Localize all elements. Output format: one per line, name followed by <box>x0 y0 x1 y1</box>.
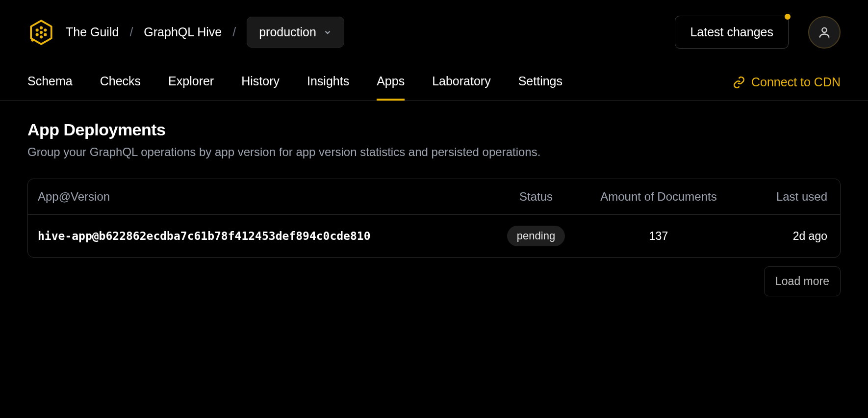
cell-status: pending <box>487 226 585 246</box>
th-last-used: Last used <box>732 190 830 204</box>
th-status: Status <box>487 190 585 204</box>
load-more-row: Load more <box>27 266 841 296</box>
svg-point-5 <box>44 33 47 36</box>
breadcrumb-separator: / <box>232 25 236 39</box>
svg-point-6 <box>40 26 43 29</box>
cell-app-version: hive-app@b622862ecdba7c61b78f412453def89… <box>38 230 487 242</box>
notification-dot-icon <box>785 14 791 20</box>
tabs-nav: Schema Checks Explorer History Insights … <box>0 64 868 101</box>
table-header: App@Version Status Amount of Documents L… <box>28 179 840 214</box>
th-docs: Amount of Documents <box>585 190 732 204</box>
svg-point-8 <box>31 38 34 41</box>
page-subtitle: Group your GraphQL operations by app ver… <box>27 145 841 159</box>
connect-cdn-link[interactable]: Connect to CDN <box>733 75 841 89</box>
tab-explorer[interactable]: Explorer <box>168 64 214 100</box>
header-actions: Latest changes <box>675 16 841 49</box>
environment-label: production <box>259 25 316 39</box>
breadcrumb-separator: / <box>129 25 133 39</box>
svg-point-9 <box>822 27 826 32</box>
svg-point-2 <box>36 28 39 31</box>
tab-insights[interactable]: Insights <box>307 64 349 100</box>
user-icon <box>817 26 831 39</box>
chevron-down-icon <box>323 28 332 37</box>
main-content: App Deployments Group your GraphQL opera… <box>0 101 868 316</box>
breadcrumb: The Guild / GraphQL Hive / production <box>27 17 344 48</box>
status-badge: pending <box>507 226 565 246</box>
connect-cdn-label: Connect to CDN <box>751 75 841 89</box>
svg-point-3 <box>44 28 47 31</box>
hive-logo-icon[interactable] <box>27 19 55 46</box>
breadcrumb-org[interactable]: The Guild <box>66 25 119 39</box>
link-icon <box>733 76 745 89</box>
tabs-list: Schema Checks Explorer History Insights … <box>27 64 562 100</box>
deployments-table: App@Version Status Amount of Documents L… <box>27 179 841 258</box>
th-app-version: App@Version <box>38 190 487 204</box>
tab-schema[interactable]: Schema <box>27 64 73 100</box>
tab-history[interactable]: History <box>241 64 280 100</box>
user-avatar-button[interactable] <box>808 16 841 49</box>
cell-last-used: 2d ago <box>732 230 830 243</box>
breadcrumb-project[interactable]: GraphQL Hive <box>144 25 222 39</box>
svg-point-4 <box>36 33 39 36</box>
tab-settings[interactable]: Settings <box>518 64 562 100</box>
app-header: The Guild / GraphQL Hive / production La… <box>0 0 868 64</box>
cell-docs: 137 <box>585 230 732 243</box>
environment-select[interactable]: production <box>247 17 344 48</box>
latest-changes-button[interactable]: Latest changes <box>675 16 789 49</box>
table-row[interactable]: hive-app@b622862ecdba7c61b78f412453def89… <box>28 214 840 257</box>
tab-laboratory[interactable]: Laboratory <box>432 64 491 100</box>
svg-point-1 <box>40 30 43 33</box>
svg-point-7 <box>40 35 43 38</box>
tab-checks[interactable]: Checks <box>100 64 141 100</box>
tab-apps[interactable]: Apps <box>377 64 405 100</box>
load-more-button[interactable]: Load more <box>764 266 841 296</box>
page-title: App Deployments <box>27 120 841 139</box>
